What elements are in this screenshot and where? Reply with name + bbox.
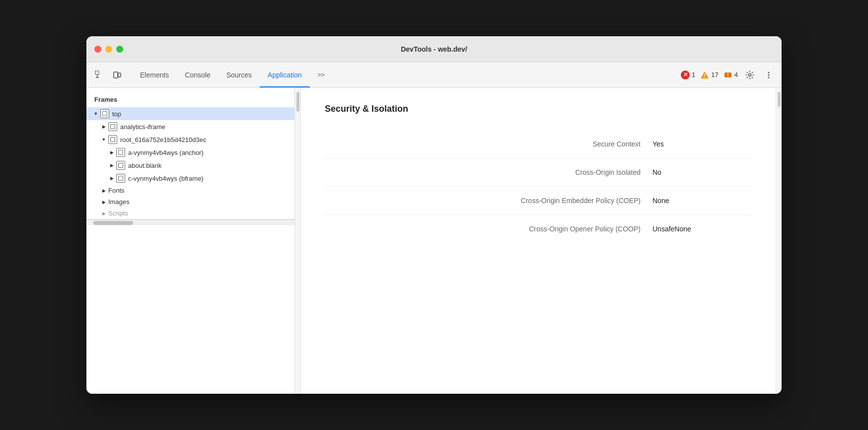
- arrow-right-icon: ▶: [100, 210, 107, 217]
- svg-point-9: [749, 73, 751, 76]
- frame-icon: [116, 148, 125, 157]
- tab-more[interactable]: >>: [310, 62, 333, 87]
- svg-text:!: !: [727, 72, 728, 78]
- svg-point-12: [768, 76, 770, 78]
- sidebar-item-a-vynmy4vb4wys[interactable]: ▶ a-vynmy4vb4wys (anchor): [86, 146, 294, 159]
- warning-count[interactable]: ! 17: [700, 71, 718, 79]
- more-options-button[interactable]: [762, 68, 776, 82]
- toolbar-right: ✕ 1 ! 17 ! 4: [681, 68, 776, 82]
- close-button[interactable]: [94, 46, 101, 53]
- sidebar-item-scripts[interactable]: ▶ Scripts: [86, 208, 294, 219]
- info-value-secure-context: Yes: [652, 140, 752, 148]
- info-row-coop: Cross-Origin Opener Policy (COOP) Unsafe…: [325, 215, 752, 243]
- warning-icon: !: [700, 71, 709, 79]
- error-count[interactable]: ✕ 1: [681, 71, 695, 79]
- arrow-right-icon: ▶: [100, 187, 107, 194]
- sidebar-item-fonts[interactable]: ▶ Fonts: [86, 185, 294, 196]
- arrow-down-icon: ▼: [100, 136, 107, 143]
- horizontal-scrollbar[interactable]: [86, 219, 294, 225]
- arrow-right-icon: ▶: [100, 123, 107, 130]
- traffic-lights: [94, 46, 123, 53]
- title-bar: DevTools - web.dev/: [86, 36, 782, 62]
- info-label-secure-context: Secure Context: [325, 140, 652, 148]
- frame-icon: [116, 174, 125, 183]
- arrow-right-icon: ▶: [108, 162, 115, 169]
- device-toolbar-button[interactable]: [110, 68, 124, 82]
- right-scrollbar-thumb[interactable]: [778, 92, 781, 107]
- arrow-right-icon: ▶: [108, 175, 115, 182]
- arrow-right-icon: ▶: [108, 149, 115, 156]
- info-row-secure-context: Secure Context Yes: [325, 130, 752, 158]
- arrow-down-icon: ▼: [92, 110, 99, 117]
- svg-rect-0: [95, 71, 99, 74]
- vertical-scrollbar-thumb[interactable]: [296, 92, 299, 112]
- sidebar-section-header: Frames: [86, 88, 294, 107]
- svg-text:!: !: [704, 73, 706, 78]
- vertical-scrollbar-track: [295, 88, 301, 394]
- minimize-button[interactable]: [105, 46, 112, 53]
- svg-rect-4: [118, 73, 121, 77]
- frame-icon: [116, 161, 125, 170]
- scrollbar-thumb[interactable]: [93, 221, 133, 225]
- info-value-coep: None: [652, 197, 752, 205]
- info-table: Secure Context Yes Cross-Origin Isolated…: [325, 130, 752, 243]
- info-row-cross-origin-isolated: Cross-Origin Isolated No: [325, 158, 752, 187]
- window-title: DevTools - web.dev/: [401, 45, 467, 53]
- sidebar-item-top[interactable]: ▼ top: [86, 107, 294, 120]
- maximize-button[interactable]: [116, 46, 123, 53]
- toolbar: Elements Console Sources Application >> …: [86, 62, 782, 88]
- frame-icon: [100, 109, 109, 118]
- frame-icon: [108, 135, 117, 144]
- devtools-window: DevTools - web.dev/ Elements: [86, 36, 782, 394]
- sidebar-item-images[interactable]: ▶ Images: [86, 196, 294, 208]
- tab-application[interactable]: Application: [260, 62, 310, 87]
- sidebar-item-root[interactable]: ▼ root_616a752e1b5d4210d3ec: [86, 133, 294, 146]
- info-label-coep: Cross-Origin Embedder Policy (COEP): [325, 197, 652, 205]
- arrow-right-icon: ▶: [100, 199, 107, 206]
- sidebar-item-c-vynmy4vb4wys[interactable]: ▶ c-vynmy4vb4wys (bframe): [86, 172, 294, 185]
- main-panel: Security & Isolation Secure Context Yes …: [301, 88, 776, 394]
- svg-point-10: [768, 72, 770, 73]
- sidebar-item-about-blank[interactable]: ▶ about:blank: [86, 159, 294, 172]
- info-value-cross-origin-isolated: No: [652, 168, 752, 176]
- inspect-element-button[interactable]: [92, 68, 106, 82]
- section-title: Security & Isolation: [325, 104, 752, 114]
- info-icon: !: [723, 71, 732, 79]
- tab-console[interactable]: Console: [177, 62, 218, 87]
- sidebar: Frames ▼ top ▶ analytics-iframe ▼ root_6…: [86, 88, 295, 394]
- svg-point-11: [768, 74, 770, 75]
- info-label-coop: Cross-Origin Opener Policy (COOP): [325, 225, 652, 233]
- settings-button[interactable]: [743, 68, 757, 82]
- content-area: Frames ▼ top ▶ analytics-iframe ▼ root_6…: [86, 88, 782, 394]
- info-row-coep: Cross-Origin Embedder Policy (COEP) None: [325, 187, 752, 215]
- info-value-coop: UnsafeNone: [652, 225, 752, 233]
- sidebar-item-analytics-iframe[interactable]: ▶ analytics-iframe: [86, 120, 294, 133]
- right-scrollbar-track: [776, 88, 782, 394]
- svg-rect-3: [114, 72, 118, 78]
- tab-list: Elements Console Sources Application >>: [132, 62, 333, 87]
- tab-sources[interactable]: Sources: [218, 62, 260, 87]
- error-icon: ✕: [681, 71, 690, 79]
- info-label-cross-origin-isolated: Cross-Origin Isolated: [325, 168, 652, 176]
- tab-elements[interactable]: Elements: [132, 62, 177, 87]
- frame-icon: [108, 122, 117, 131]
- toolbar-icons: [92, 68, 124, 82]
- info-count[interactable]: ! 4: [723, 71, 738, 79]
